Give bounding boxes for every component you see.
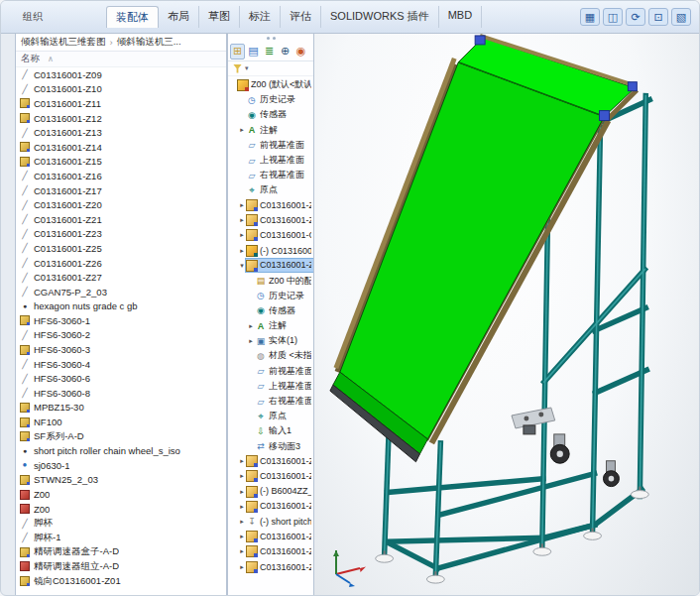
tree-row[interactable]: 右视基准面 xyxy=(228,168,313,182)
file-list-item[interactable]: C01316001-Z17 xyxy=(16,183,226,198)
file-list-item[interactable]: HFS6-3060-8 xyxy=(16,386,226,401)
tree-row[interactable]: ▸C01316001-Z05<1> (默 xyxy=(228,469,313,484)
expand-arrow-icon[interactable]: ▸ xyxy=(247,337,255,345)
tree-row[interactable]: 前视基准面 xyxy=(228,138,313,153)
display-style-icon[interactable]: ⊡ xyxy=(648,8,668,26)
file-list-item[interactable]: HFS6-3060-6 xyxy=(16,371,226,386)
tree-row[interactable]: 历史记录 xyxy=(228,289,313,303)
tree-row[interactable]: Z00 中的配合 xyxy=(228,273,313,288)
tree-row[interactable]: 输入1 xyxy=(228,423,313,438)
breadcrumb-item[interactable]: 倾斜输送机三维套图 xyxy=(21,36,106,49)
ribbon-tab-4[interactable]: 标注 xyxy=(240,6,281,28)
tree-row[interactable]: 上视基准面 xyxy=(228,153,313,168)
organize-label[interactable]: 组织 xyxy=(23,10,43,24)
rotate-view-icon[interactable]: ⟳ xyxy=(626,8,645,26)
file-list-item[interactable]: 镜向C01316001-Z01 xyxy=(16,574,226,589)
file-list-item[interactable]: C01316001-Z21 xyxy=(16,212,226,227)
pane-splitter[interactable] xyxy=(228,34,313,42)
view-settings-icon[interactable]: ▧ xyxy=(671,8,691,26)
tree-row[interactable]: 前视基准面 xyxy=(228,364,313,379)
file-list-item[interactable]: 脚杯-1 xyxy=(16,531,226,545)
expand-arrow-icon[interactable]: ▸ xyxy=(238,488,246,496)
file-list-item[interactable]: HFS6-3060-4 xyxy=(16,357,226,372)
featuremanager-tab-icon[interactable]: ⊞ xyxy=(230,44,245,60)
expand-arrow-icon[interactable]: ▸ xyxy=(238,472,246,480)
file-list-item[interactable]: Z00 xyxy=(16,502,226,517)
file-list-item[interactable]: C01316001-Z14 xyxy=(16,140,226,155)
file-list-item[interactable]: C01316001-Z27 xyxy=(16,270,226,285)
tree-row[interactable]: 材质 <未指定> xyxy=(228,348,313,363)
file-list-item[interactable]: C01316001-Z26 xyxy=(16,256,226,271)
tree-row[interactable]: 右视基准面 xyxy=(228,394,313,409)
file-list-item[interactable]: NF100 xyxy=(16,415,226,429)
displaymanager-tab-icon[interactable]: ◉ xyxy=(293,44,308,60)
expand-arrow-icon[interactable]: ▸ xyxy=(238,563,246,571)
configurationmanager-tab-icon[interactable]: ≣ xyxy=(262,44,277,60)
file-list-item[interactable]: MPBZ15-30 xyxy=(16,401,226,416)
propertymanager-tab-icon[interactable]: ▤ xyxy=(246,44,261,60)
ribbon-tab-7[interactable]: MBD xyxy=(439,6,482,28)
file-list-item[interactable]: HFS6-3060-3 xyxy=(16,342,226,357)
section-view-icon[interactable]: ◫ xyxy=(603,8,623,26)
tree-row[interactable]: 移动面3 xyxy=(228,439,313,454)
expand-arrow-icon[interactable]: ▸ xyxy=(238,503,246,511)
expand-arrow-icon[interactable]: ▸ xyxy=(238,518,246,526)
file-list-item[interactable]: C01316001-Z09 xyxy=(16,67,226,82)
file-list-item[interactable]: C01316001-Z15 xyxy=(16,155,226,170)
file-list-item[interactable]: hexagon nuts grade c gb xyxy=(16,299,226,314)
file-list-item[interactable]: C01316001-Z10 xyxy=(16,82,226,97)
file-list-item[interactable]: C01316001-Z11 xyxy=(16,96,226,111)
expand-arrow-icon[interactable]: ▸ xyxy=(238,126,246,134)
dimxpertmanager-tab-icon[interactable]: ⊕ xyxy=(278,44,292,60)
tree-row[interactable]: ▸C01316001-Z17<1> (默 xyxy=(228,499,313,514)
tree-row[interactable]: ▸注解 xyxy=(228,318,313,333)
filter-dropdown-icon[interactable]: ▾ xyxy=(245,64,249,72)
tree-row[interactable]: ▸C01316001-Z08<1> (默 xyxy=(228,198,313,213)
expand-arrow-icon[interactable]: ▸ xyxy=(238,547,246,555)
tree-row[interactable]: ▸C01316001-Z10<1> -> xyxy=(228,530,313,544)
tree-row[interactable]: ▸C01316001-Z02<1> (默 xyxy=(228,213,313,228)
name-column-header[interactable]: 名称 ∧ xyxy=(16,52,226,67)
tree-row[interactable]: ▸C01316001-C00<1> (默 xyxy=(228,228,313,243)
expand-arrow-icon[interactable]: ▸ xyxy=(238,231,246,239)
ribbon-tab-5[interactable]: 评估 xyxy=(281,6,321,28)
expand-arrow-icon[interactable]: ▸ xyxy=(247,322,255,330)
tree-row[interactable]: ▸注解 xyxy=(228,123,313,138)
tree-row[interactable]: ▸C01316001-Z09<2> (默 xyxy=(228,454,313,469)
tree-row[interactable]: ▾C01316001-Z09<1> (默 xyxy=(228,258,313,273)
tree-row[interactable]: ▸(-) short pitch roller cha xyxy=(228,514,313,529)
file-list-item[interactable]: 精研调速器组立-A-D xyxy=(16,559,226,574)
tree-row[interactable]: 上视基准面 xyxy=(228,379,313,394)
file-list-item[interactable]: sj0630-1 xyxy=(16,458,226,473)
file-list-item[interactable]: C01316001-Z20 xyxy=(16,197,226,212)
expand-arrow-icon[interactable]: ▸ xyxy=(238,247,246,255)
ribbon-tab-3[interactable]: 草图 xyxy=(199,6,240,28)
expand-arrow-icon[interactable]: ▸ xyxy=(238,533,246,540)
conveyor-3d-model[interactable] xyxy=(314,34,699,596)
tree-row[interactable]: ▸(-) C01316001-A00<2> xyxy=(228,243,313,258)
tree-row[interactable]: 原点 xyxy=(228,409,313,423)
file-list-item[interactable]: C01316001-Z13 xyxy=(16,125,226,140)
expand-arrow-icon[interactable]: ▸ xyxy=(238,457,246,465)
tree-row[interactable]: ▸C01316001-Z0... xyxy=(228,559,313,574)
expand-arrow-icon[interactable]: ▾ xyxy=(238,262,246,270)
tree-row[interactable]: 原点 xyxy=(228,182,313,197)
file-list-item[interactable]: C01316001-Z23 xyxy=(16,227,226,242)
ribbon-tab-1[interactable]: 装配体 xyxy=(106,6,159,28)
filter-funnel-icon[interactable] xyxy=(233,64,242,73)
file-list-item[interactable]: 精研调速器盒子-A-D xyxy=(16,545,226,560)
zoom-fit-icon[interactable]: ▦ xyxy=(580,8,600,26)
tree-row[interactable]: 历史记录 xyxy=(228,92,313,107)
expand-arrow-icon[interactable]: ▸ xyxy=(238,201,246,209)
graphics-viewport[interactable] xyxy=(314,34,699,596)
expand-arrow-icon[interactable]: ▸ xyxy=(238,216,246,224)
file-list-item[interactable]: STWN25_2_03 xyxy=(16,473,226,488)
file-list-item[interactable]: C01316001-Z25 xyxy=(16,241,226,256)
file-list-item[interactable]: Z00 xyxy=(16,487,226,502)
tree-scroll-up[interactable]: ∧ xyxy=(305,78,311,87)
tree-row[interactable]: ▸C01316001-Z16<1> xyxy=(228,544,313,559)
file-list-item[interactable]: CGAN75-P_2_03 xyxy=(16,285,226,299)
tree-row[interactable]: Z00 (默认<默认_显示状态-1 xyxy=(228,77,313,92)
ribbon-tab-6[interactable]: SOLIDWORKS 插件 xyxy=(321,6,439,28)
file-list-item[interactable]: SF系列-A-D xyxy=(16,429,226,444)
